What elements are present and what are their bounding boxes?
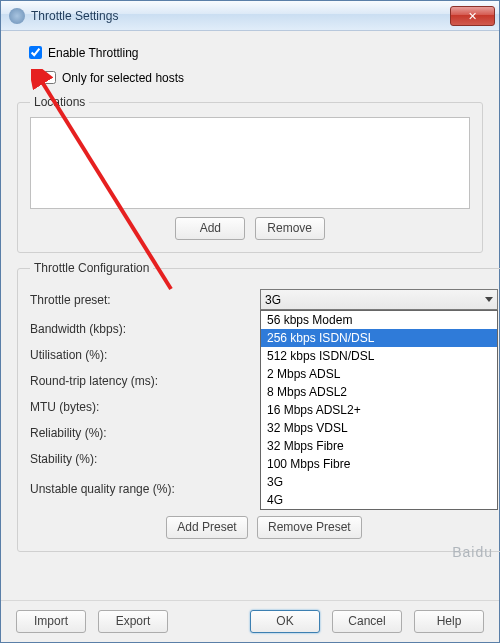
preset-option[interactable]: 4G: [261, 491, 497, 509]
throttle-settings-window: Throttle Settings ✕ Enable Throttling On…: [0, 0, 500, 643]
locations-add-button[interactable]: Add: [175, 217, 245, 240]
mtu-label: MTU (bytes):: [30, 400, 260, 414]
preset-option[interactable]: 32 Mbps Fibre: [261, 437, 497, 455]
footer-bar: Import Export OK Cancel Help: [1, 600, 499, 642]
preset-option[interactable]: 256 kbps ISDN/DSL: [261, 329, 497, 347]
rtt-label: Round-trip latency (ms):: [30, 374, 260, 388]
locations-listbox[interactable]: [30, 117, 470, 209]
preset-option[interactable]: 3G: [261, 473, 497, 491]
close-button[interactable]: ✕: [450, 6, 495, 26]
enable-throttling-checkbox[interactable]: [29, 46, 42, 59]
throttle-configuration-legend: Throttle Configuration: [30, 261, 153, 275]
ok-button[interactable]: OK: [250, 610, 320, 633]
bandwidth-label: Bandwidth (kbps):: [30, 322, 260, 336]
window-title: Throttle Settings: [31, 9, 450, 23]
throttle-preset-selected-value: 3G: [265, 293, 281, 307]
preset-option[interactable]: 8 Mbps ADSL2: [261, 383, 497, 401]
throttle-preset-dropdown: 56 kbps Modem256 kbps ISDN/DSL512 kbps I…: [260, 310, 498, 510]
help-button[interactable]: Help: [414, 610, 484, 633]
app-icon: [9, 8, 25, 24]
only-selected-hosts-checkbox[interactable]: [43, 71, 56, 84]
add-preset-button[interactable]: Add Preset: [166, 516, 247, 539]
unstable-range-label: Unstable quality range (%):: [30, 482, 260, 496]
utilisation-label: Utilisation (%):: [30, 348, 260, 362]
export-button[interactable]: Export: [98, 610, 168, 633]
preset-option[interactable]: 2 Mbps ADSL: [261, 365, 497, 383]
title-bar: Throttle Settings ✕: [1, 1, 499, 31]
throttle-configuration-group: Throttle Configuration Throttle preset: …: [17, 261, 500, 552]
throttle-preset-select[interactable]: 3G 56 kbps Modem256 kbps ISDN/DSL512 kbp…: [260, 289, 498, 310]
only-selected-hosts-label: Only for selected hosts: [62, 71, 184, 85]
chevron-down-icon: [485, 297, 493, 302]
cancel-button[interactable]: Cancel: [332, 610, 402, 633]
import-button[interactable]: Import: [16, 610, 86, 633]
preset-option[interactable]: 32 Mbps VDSL: [261, 419, 497, 437]
enable-throttling-row: Enable Throttling: [25, 43, 483, 62]
preset-option[interactable]: 100 Mbps Fibre: [261, 455, 497, 473]
preset-option[interactable]: 512 kbps ISDN/DSL: [261, 347, 497, 365]
content-area: Enable Throttling Only for selected host…: [1, 31, 499, 600]
stability-label: Stability (%):: [30, 452, 260, 466]
enable-throttling-label: Enable Throttling: [48, 46, 139, 60]
throttle-preset-label: Throttle preset:: [30, 293, 260, 307]
remove-preset-button[interactable]: Remove Preset: [257, 516, 362, 539]
only-selected-hosts-row: Only for selected hosts: [39, 68, 483, 87]
locations-legend: Locations: [30, 95, 89, 109]
preset-option[interactable]: 56 kbps Modem: [261, 311, 497, 329]
preset-option[interactable]: 16 Mbps ADSL2+: [261, 401, 497, 419]
reliability-label: Reliability (%):: [30, 426, 260, 440]
locations-group: Locations Add Remove: [17, 95, 483, 253]
locations-remove-button[interactable]: Remove: [255, 217, 325, 240]
